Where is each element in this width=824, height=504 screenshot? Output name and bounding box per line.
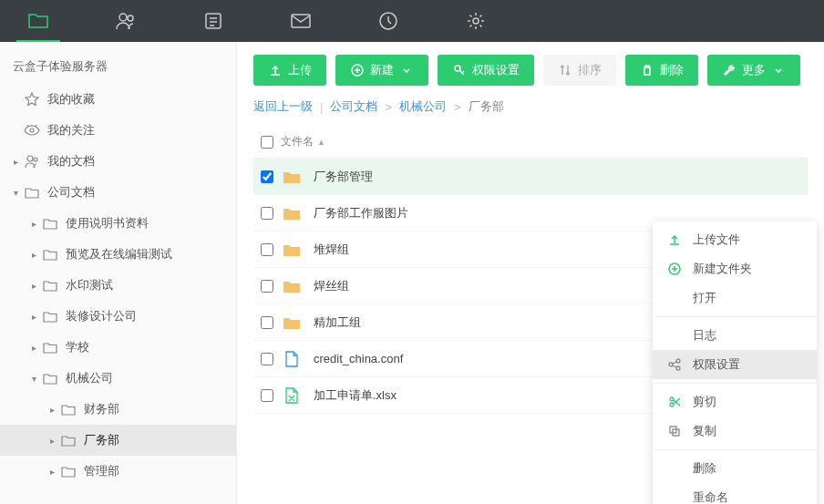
row-checkbox[interactable] (253, 170, 281, 183)
sort-asc-icon: ▲ (317, 138, 325, 147)
sidebar-item-label: 管理部 (84, 463, 229, 479)
sidebar-item-2[interactable]: ▸我的文档 (0, 146, 236, 177)
context-menu: 上传文件 新建文件夹 打开 日志 权限设置 剪切 (653, 221, 817, 504)
nav-tasks-icon[interactable] (191, 0, 235, 42)
row-checkbox[interactable] (253, 353, 281, 365)
cm-new-folder[interactable]: 新建文件夹 (653, 254, 817, 283)
sort-button[interactable]: 排序 (543, 55, 616, 86)
svg-point-14 (676, 366, 680, 370)
caret-down-icon: ▾ (27, 372, 40, 385)
file-name: 精加工组 (314, 314, 361, 331)
row-checkbox[interactable] (253, 389, 281, 402)
breadcrumb-part-0[interactable]: 公司文档 (330, 98, 377, 115)
file-name: 厂务部管理 (314, 169, 373, 185)
cm-log[interactable]: 日志 (653, 321, 817, 350)
folder-icon (42, 215, 58, 231)
cm-permission[interactable]: 权限设置 (653, 350, 817, 379)
caret-down-icon: ▾ (9, 186, 22, 199)
file-name: 焊丝组 (314, 278, 349, 294)
permission-button[interactable]: 权限设置 (438, 55, 534, 86)
svg-point-13 (676, 359, 680, 363)
key-icon (452, 63, 467, 77)
sidebar-item-label: 机械公司 (66, 370, 229, 386)
new-button[interactable]: 新建 (335, 55, 428, 86)
table-row[interactable]: 厂务部管理 (253, 159, 808, 195)
folder-icon (60, 432, 77, 448)
row-checkbox[interactable] (253, 207, 281, 220)
svg-point-5 (473, 18, 479, 24)
person-icon (24, 153, 40, 170)
nav-settings-icon[interactable] (454, 0, 498, 42)
sidebar-item-7[interactable]: ▸装修设计公司 (0, 301, 236, 332)
sidebar-item-label: 厂务部 (84, 432, 229, 448)
sidebar-item-5[interactable]: ▸预览及在线编辑测试 (0, 239, 236, 270)
sidebar-item-12[interactable]: ▸管理部 (0, 456, 236, 487)
select-all-checkbox[interactable] (253, 136, 281, 149)
nav-history-icon[interactable] (366, 0, 410, 42)
chevron-down-icon (399, 63, 414, 77)
more-button[interactable]: 更多 (707, 55, 800, 86)
caret-right-icon: ▸ (27, 248, 40, 261)
row-checkbox[interactable] (253, 316, 281, 329)
folder-icon (42, 246, 58, 262)
column-name-header[interactable]: 文件名 ▲ (281, 134, 808, 149)
toolbar: 上传 新建 权限设置 排序 删除 更多 (253, 55, 808, 86)
svg-point-12 (669, 363, 673, 366)
sidebar-item-11[interactable]: ▸厂务部 (0, 425, 236, 456)
upload-icon (667, 232, 682, 247)
delete-button[interactable]: 删除 (625, 55, 698, 86)
svg-point-1 (128, 15, 133, 21)
cm-delete[interactable]: 删除 (653, 454, 817, 483)
caret-right-icon: ▸ (27, 279, 40, 292)
sort-icon (558, 63, 572, 77)
sidebar-item-4[interactable]: ▸使用说明书资料 (0, 208, 236, 239)
sidebar-item-3[interactable]: ▾公司文档 (0, 177, 236, 208)
sidebar-item-8[interactable]: ▸学校 (0, 332, 236, 363)
svg-point-15 (670, 397, 674, 401)
file-name: 加工申请单.xlsx (314, 387, 397, 404)
excel-icon (281, 386, 303, 405)
folder-icon (281, 204, 303, 222)
caret-right-icon: ▸ (27, 217, 40, 230)
cm-rename[interactable]: 重命名 (653, 483, 817, 504)
sidebar-item-1[interactable]: 我的关注 (0, 115, 236, 146)
caret-right-icon: ▸ (46, 434, 58, 447)
sidebar-item-6[interactable]: ▸水印测试 (0, 270, 236, 301)
nav-mail-icon[interactable] (279, 0, 323, 42)
folder-icon (281, 241, 303, 259)
cm-cut[interactable]: 剪切 (653, 387, 817, 417)
cm-open[interactable]: 打开 (653, 283, 817, 313)
sidebar-item-9[interactable]: ▾机械公司 (0, 363, 236, 394)
folder-icon (42, 339, 58, 355)
sidebar-item-label: 公司文档 (47, 184, 229, 201)
caret-right-icon: ▸ (9, 155, 22, 168)
folder-icon (24, 184, 40, 201)
sidebar-item-label: 财务部 (84, 401, 229, 417)
table-header: 文件名 ▲ (253, 126, 808, 159)
breadcrumb-part-1[interactable]: 机械公司 (399, 98, 447, 115)
row-checkbox[interactable] (253, 243, 281, 256)
row-checkbox[interactable] (253, 280, 281, 293)
nav-files-icon[interactable] (16, 0, 60, 42)
nav-contacts-icon[interactable] (104, 0, 148, 42)
file-name: 厂务部工作服图片 (314, 205, 408, 221)
sidebar-item-label: 使用说明书资料 (66, 215, 229, 231)
sidebar-item-0[interactable]: 我的收藏 (0, 84, 236, 115)
cm-copy[interactable]: 复制 (653, 417, 817, 446)
sidebar-item-10[interactable]: ▸财务部 (0, 394, 236, 425)
svg-point-0 (119, 14, 127, 21)
plus-circle-icon (667, 262, 682, 276)
upload-icon (268, 63, 283, 77)
breadcrumb-back[interactable]: 返回上一级 (253, 98, 313, 115)
trash-icon (640, 63, 654, 77)
sidebar-item-label: 装修设计公司 (66, 308, 229, 324)
file-name: credit_china.conf (314, 352, 403, 365)
sidebar-item-label: 预览及在线编辑测试 (66, 246, 229, 262)
scissors-icon (667, 395, 682, 409)
folder-icon (281, 277, 303, 295)
copy-icon (667, 424, 682, 438)
upload-button[interactable]: 上传 (253, 55, 326, 86)
caret-right-icon: ▸ (46, 403, 58, 416)
folder-icon (60, 463, 77, 479)
cm-upload-file[interactable]: 上传文件 (653, 225, 817, 254)
